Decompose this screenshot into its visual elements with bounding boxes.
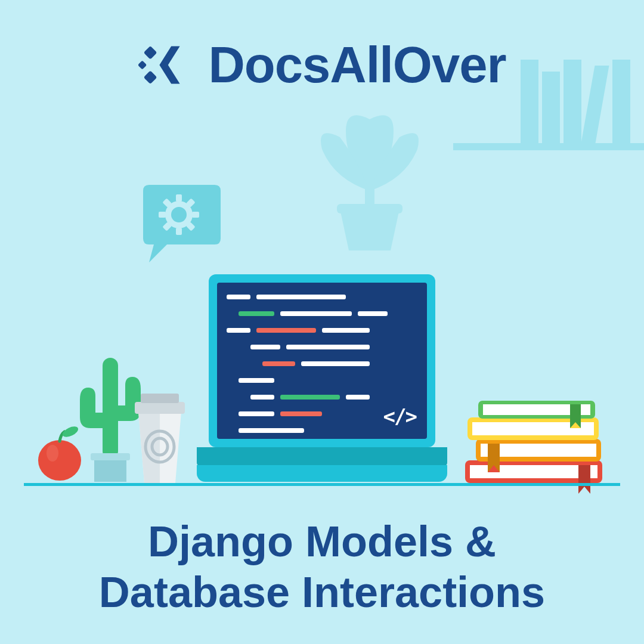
title-line-1: Django Models & [148,518,496,565]
svg-rect-19 [91,453,130,460]
svg-rect-1 [144,70,157,84]
svg-rect-6 [176,194,182,202]
desk-line [24,483,620,486]
page-title: Django Models & Database Interactions [42,516,602,618]
svg-point-14 [38,440,81,481]
coffee-cup-icon [130,390,190,488]
gear-bubble-icon [137,179,221,271]
code-screen: </> [217,283,427,439]
svg-rect-0 [144,46,157,60]
title-line-2: Database Interactions [99,568,545,616]
svg-rect-2 [138,60,147,69]
svg-rect-8 [159,212,166,218]
code-symbol: </> [383,404,416,428]
svg-rect-4 [337,204,402,213]
plant-icon [304,101,435,256]
shelf-icon [453,143,644,150]
illustration-scene: </> [0,119,644,501]
header: DocsAllOver [138,36,506,94]
svg-point-16 [61,425,79,439]
svg-point-15 [47,445,58,462]
laptop-icon: </> [197,274,447,483]
brand-logo-icon [138,38,191,92]
brand-name: DocsAllOver [208,36,506,94]
svg-rect-17 [103,358,118,459]
svg-rect-22 [135,402,185,414]
svg-rect-9 [192,212,199,218]
svg-rect-7 [176,228,182,235]
svg-rect-23 [141,394,179,403]
